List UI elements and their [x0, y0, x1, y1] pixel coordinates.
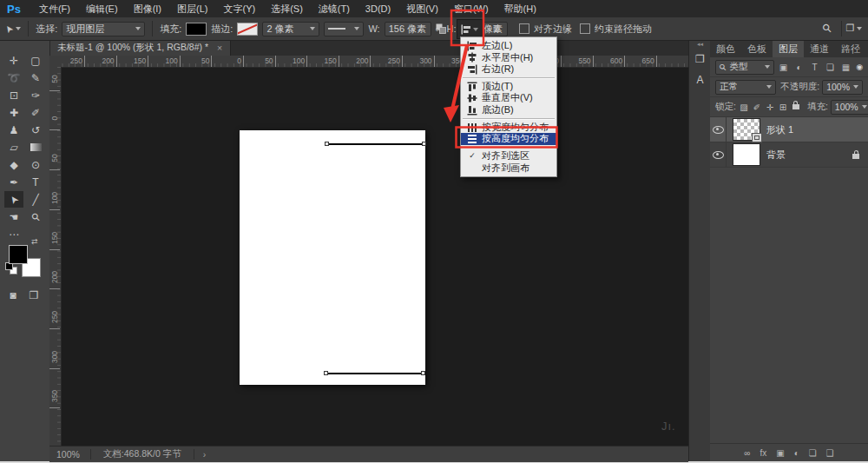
- path-arrangement-button[interactable]: ≣: [486, 19, 507, 37]
- new-layer-icon[interactable]: ❑: [826, 448, 834, 458]
- swap-colors-icon[interactable]: ⇄: [31, 237, 38, 246]
- menu-item-顶边(T)[interactable]: 顶边(T): [461, 81, 556, 93]
- blend-mode-dropdown[interactable]: 正常: [715, 80, 776, 95]
- anchor-point[interactable]: [325, 142, 329, 146]
- status-expand-icon[interactable]: ›: [194, 449, 215, 460]
- character-styles-panel-icon[interactable]: A: [689, 69, 711, 90]
- layer-mask-icon[interactable]: ▣: [776, 448, 784, 458]
- quick-selection-tool[interactable]: ✎: [26, 69, 45, 86]
- lasso-tool[interactable]: ➰: [4, 69, 23, 86]
- layer-row-形状 1[interactable]: 形状 1: [710, 117, 868, 142]
- menubar-item[interactable]: 文件(F): [31, 0, 78, 17]
- canvas-area[interactable]: Jı.: [61, 67, 688, 446]
- link-layers-icon[interactable]: ∞: [744, 448, 750, 458]
- line-tool[interactable]: ╱: [26, 191, 45, 208]
- line-shape-bottom[interactable]: [326, 373, 424, 374]
- layer-visibility-toggle[interactable]: [710, 142, 727, 167]
- layer-filter-type-dropdown[interactable]: ⚲ 类型: [715, 60, 774, 75]
- brush-tool[interactable]: ✐: [26, 104, 45, 121]
- lock-paint-icon[interactable]: ✐: [752, 103, 762, 112]
- zoom-tool[interactable]: ⚲: [26, 208, 45, 225]
- healing-brush-tool[interactable]: ✚: [4, 104, 23, 121]
- current-tool-icon[interactable]: ➤: [5, 23, 21, 35]
- menu-item-按高度均匀分布[interactable]: 按高度均匀分布: [461, 133, 556, 145]
- menubar-item[interactable]: 文字(Y): [215, 0, 263, 17]
- menubar-item[interactable]: 选择(S): [263, 0, 311, 17]
- menu-item-右边(R)[interactable]: 右边(R): [461, 63, 556, 76]
- more-tools-button[interactable]: ⋯: [4, 226, 23, 242]
- pen-tool[interactable]: ✒: [4, 174, 23, 190]
- menubar-item[interactable]: 图层(L): [169, 0, 215, 17]
- anchor-point[interactable]: [324, 371, 328, 375]
- new-adjustment-layer-icon[interactable]: ◐: [794, 448, 799, 458]
- shape-width-input[interactable]: 156 像素: [385, 22, 431, 36]
- lock-transparency-icon[interactable]: ▨: [739, 103, 749, 112]
- document-canvas[interactable]: [240, 130, 425, 385]
- lock-artboard-icon[interactable]: ⊞: [778, 103, 788, 112]
- quick-mask-button[interactable]: ◙: [3, 287, 23, 303]
- hand-tool[interactable]: ☚: [4, 208, 23, 225]
- path-operations-button[interactable]: [431, 19, 451, 37]
- fill-color-swatch[interactable]: [186, 23, 207, 36]
- shape-layer-filter-icon[interactable]: ❏: [824, 63, 837, 72]
- type-layer-filter-icon[interactable]: T: [808, 63, 821, 72]
- fill-opacity-dropdown[interactable]: 100%: [831, 100, 868, 115]
- crop-tool[interactable]: ⊡: [4, 87, 23, 103]
- move-tool[interactable]: ✛: [4, 52, 23, 69]
- path-selection-tool[interactable]: ➤: [4, 191, 23, 208]
- opacity-dropdown[interactable]: 100%: [822, 80, 863, 95]
- new-group-icon[interactable]: ❏: [809, 448, 817, 458]
- blur-tool[interactable]: ◆: [4, 156, 23, 173]
- search-button[interactable]: ⚲: [818, 19, 837, 37]
- vertical-ruler[interactable]: 10050050100150200250300350: [49, 67, 62, 446]
- history-brush-tool[interactable]: ↺: [26, 122, 45, 138]
- eraser-tool[interactable]: ▱: [4, 139, 23, 155]
- menubar-item[interactable]: 编辑(E): [78, 0, 126, 17]
- anchor-point[interactable]: [421, 371, 425, 375]
- screen-mode-button[interactable]: ❐: [24, 287, 43, 303]
- stroke-color-swatch[interactable]: [237, 23, 258, 36]
- horizontal-ruler[interactable]: 2502001501005005010015020025030035040045…: [61, 56, 688, 68]
- stroke-width-dropdown[interactable]: 2 像素: [262, 22, 319, 36]
- line-shape-top[interactable]: [327, 143, 424, 145]
- menu-item-底边(B)[interactable]: 底边(B): [461, 104, 556, 116]
- document-tab[interactable]: 未标题-1 @ 100% (形状 1, RGB/8#) * ×: [49, 40, 231, 56]
- menubar-item[interactable]: 滤镜(T): [311, 0, 358, 17]
- panel-tab-色板[interactable]: 色板: [741, 40, 773, 57]
- foreground-color-swatch[interactable]: [9, 245, 28, 264]
- panel-tab-通道[interactable]: 通道: [804, 40, 835, 57]
- clone-stamp-tool[interactable]: ♟: [4, 122, 23, 138]
- collapse-panels-icon[interactable]: ◂◂: [689, 40, 711, 49]
- menu-item-对齐到选区[interactable]: ✓对齐到选区: [461, 150, 556, 162]
- menubar-item[interactable]: 窗口(W): [446, 0, 496, 17]
- smart-object-filter-icon[interactable]: ▦: [839, 63, 852, 72]
- anchor-point[interactable]: [422, 142, 426, 146]
- select-mode-dropdown[interactable]: 现用图层: [62, 22, 145, 36]
- pixel-layer-filter-icon[interactable]: ▣: [777, 63, 790, 72]
- type-tool[interactable]: T: [26, 174, 45, 190]
- eyedropper-tool[interactable]: ✑: [26, 87, 45, 103]
- workspace-switcher-button[interactable]: ❐: [842, 19, 866, 37]
- menubar-item[interactable]: 帮助(H): [496, 0, 544, 17]
- layer-style-icon[interactable]: fx: [760, 448, 766, 458]
- zoom-level-field[interactable]: 100%: [49, 449, 90, 460]
- layer-thumbnail[interactable]: [733, 118, 760, 141]
- marquee-tool[interactable]: ▢: [26, 52, 45, 69]
- layer-thumbnail[interactable]: [733, 143, 760, 166]
- dodge-tool[interactable]: ⊙: [26, 156, 45, 173]
- menu-item-对齐到画布[interactable]: 对齐到画布: [461, 162, 556, 175]
- close-icon[interactable]: ×: [217, 43, 222, 53]
- layer-visibility-toggle[interactable]: [710, 117, 727, 142]
- lock-all-icon[interactable]: [792, 104, 799, 109]
- constrain-path-drag-checkbox[interactable]: 约束路径拖动: [580, 17, 652, 40]
- filter-pin-icon[interactable]: ◉: [856, 63, 863, 71]
- panel-tab-颜色[interactable]: 颜色: [710, 40, 741, 57]
- menu-item-水平居中(H)[interactable]: 水平居中(H): [461, 52, 556, 64]
- menubar-item[interactable]: 视图(V): [398, 0, 446, 17]
- stroke-style-dropdown[interactable]: [324, 22, 364, 36]
- swatches-panel-icon[interactable]: ❐: [689, 49, 711, 69]
- gradient-tool[interactable]: [26, 139, 45, 155]
- panel-tab-图层[interactable]: 图层: [773, 40, 804, 57]
- menu-item-按宽度均匀分布[interactable]: 按宽度均匀分布: [461, 122, 556, 134]
- menu-item-垂直居中(V)[interactable]: 垂直居中(V): [461, 92, 556, 104]
